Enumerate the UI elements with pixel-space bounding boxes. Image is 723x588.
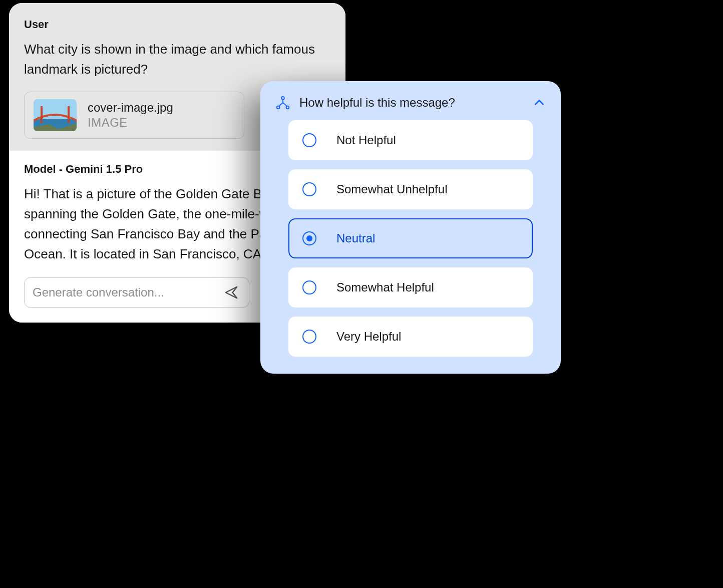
option-label: Somewhat Helpful [336, 280, 434, 295]
radio-icon [302, 231, 316, 245]
option-somewhat-helpful[interactable]: Somewhat Helpful [288, 267, 533, 308]
generate-input[interactable] [33, 285, 222, 300]
option-label: Somewhat Unhelpful [336, 182, 447, 196]
option-not-helpful[interactable]: Not Helpful [288, 120, 533, 160]
attachment-type: IMAGE [88, 116, 173, 130]
user-message-text: What city is shown in the image and whic… [24, 39, 330, 80]
branch-icon [275, 95, 290, 110]
radio-icon [302, 330, 316, 344]
svg-rect-3 [68, 106, 70, 123]
radio-icon [302, 133, 316, 147]
attachment-filename: cover-image.jpg [88, 101, 173, 115]
send-icon [224, 285, 239, 300]
option-label: Neutral [336, 231, 375, 245]
helpfulness-header: How helpful is this message? [275, 95, 546, 110]
generate-input-row [24, 277, 249, 308]
option-somewhat-unhelpful[interactable]: Somewhat Unhelpful [288, 169, 533, 209]
attachment-chip[interactable]: cover-image.jpg IMAGE [24, 92, 244, 139]
svg-point-4 [281, 97, 284, 100]
option-label: Not Helpful [336, 133, 396, 147]
helpfulness-panel: How helpful is this message? Not Helpful… [260, 81, 561, 374]
option-very-helpful[interactable]: Very Helpful [288, 317, 533, 357]
option-neutral[interactable]: Neutral [288, 218, 533, 258]
helpfulness-options: Not Helpful Somewhat Unhelpful Neutral S… [288, 120, 533, 357]
svg-rect-0 [34, 99, 77, 119]
send-button[interactable] [222, 283, 241, 302]
attachment-thumbnail [34, 99, 77, 131]
radio-icon [302, 182, 316, 196]
user-label: User [24, 18, 330, 31]
bridge-image-icon [34, 99, 77, 131]
chevron-up-icon[interactable] [533, 96, 546, 109]
radio-icon [302, 280, 316, 295]
svg-rect-2 [41, 106, 43, 123]
option-label: Very Helpful [336, 330, 401, 344]
helpfulness-title: How helpful is this message? [299, 96, 524, 110]
